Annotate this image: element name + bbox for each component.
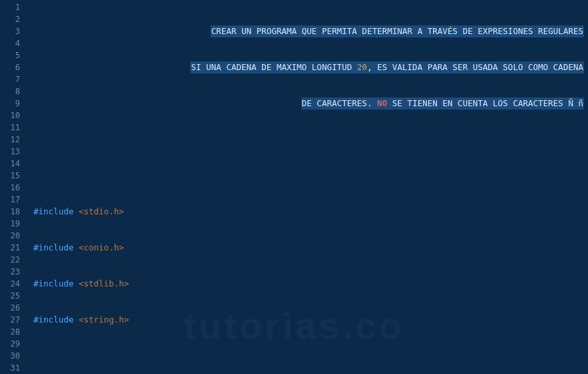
code-line: #include <stdio.h> (33, 206, 588, 218)
line-number: 15 (0, 170, 20, 182)
blank-line (33, 134, 588, 146)
line-number: 5 (0, 49, 20, 61)
comment-line: SI UNA CADENA DE MAXIMO LONGITUD 20, ES … (33, 61, 588, 73)
code-line: #include <string.h> (33, 314, 588, 326)
line-number: 6 (0, 61, 20, 73)
line-number: 22 (0, 254, 20, 266)
line-number: 10 (0, 110, 20, 122)
blank-line (33, 350, 588, 362)
line-number: 16 (0, 182, 20, 194)
line-number: 29 (0, 338, 20, 350)
line-number: 21 (0, 242, 20, 254)
line-number: 1 (0, 1, 20, 13)
line-number-gutter: 1234567891011121314151617181920212223242… (0, 0, 25, 374)
comment-line: DE CARACTERES. NO SE TIENEN EN CUENTA LO… (33, 98, 588, 110)
code-editor[interactable]: 1234567891011121314151617181920212223242… (0, 0, 588, 374)
line-number: 11 (0, 122, 20, 134)
line-number: 30 (0, 350, 20, 362)
line-number: 4 (0, 37, 20, 49)
line-number: 26 (0, 302, 20, 314)
blank-line (33, 170, 588, 182)
line-number: 18 (0, 206, 20, 218)
line-number: 31 (0, 362, 20, 374)
line-number: 28 (0, 326, 20, 338)
line-number: 14 (0, 158, 20, 170)
line-number: 24 (0, 278, 20, 290)
comment-line: CREAR UN PROGRAMA QUE PERMITA DETERMINAR… (33, 25, 588, 37)
line-number: 23 (0, 266, 20, 278)
line-number: 20 (0, 230, 20, 242)
line-number: 7 (0, 73, 20, 85)
line-number: 27 (0, 314, 20, 326)
line-number: 12 (0, 134, 20, 146)
code-line: #include <conio.h> (33, 242, 588, 254)
line-number: 2 (0, 13, 20, 25)
line-number: 8 (0, 85, 20, 98)
line-number: 3 (0, 25, 20, 37)
line-number: 25 (0, 290, 20, 302)
line-number: 9 (0, 98, 20, 110)
line-number: 17 (0, 194, 20, 206)
line-number: 19 (0, 218, 20, 230)
code-line: #include <stdlib.h> (33, 278, 588, 290)
code-area[interactable]: CREAR UN PROGRAMA QUE PERMITA DETERMINAR… (25, 0, 588, 374)
line-number: 13 (0, 146, 20, 158)
